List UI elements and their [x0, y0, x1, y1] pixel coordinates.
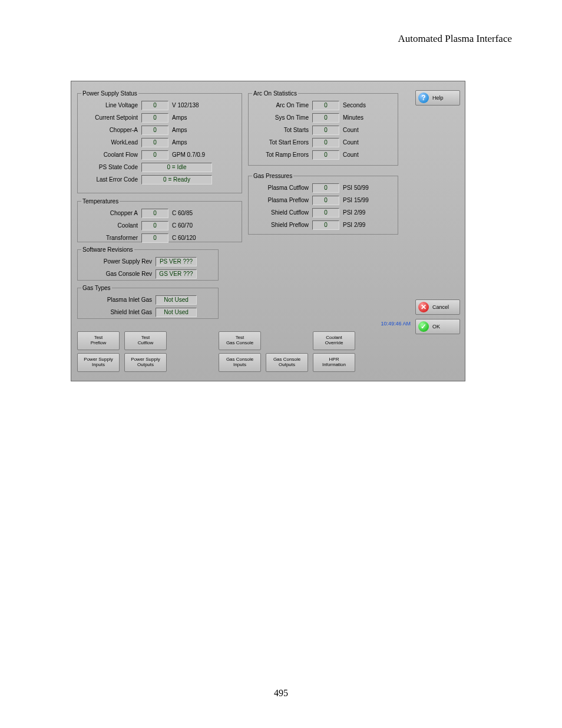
group-temperatures: Temperatures Chopper A0C 60/85 Coolant0C…: [77, 198, 242, 242]
lbl-chopper-a: Chopper-A: [81, 127, 138, 133]
lbl-coolant-flow: Coolant Flow: [81, 151, 138, 158]
val-current-setpoint: 0: [141, 113, 168, 123]
spacer: [171, 353, 214, 372]
lbl-shield-cutflow: Shield Cutflow: [252, 209, 309, 216]
unit-current-setpoint: Amps: [172, 114, 187, 121]
lbl-arc-on-time: Arc On Time: [252, 102, 309, 108]
val-temp-chopper-a: 0: [141, 209, 168, 218]
lbl-ps-state-code: PS State Code: [81, 164, 138, 170]
legend-arc: Arc On Statistics: [252, 90, 298, 97]
val-ps-state-code: 0 = Idle: [141, 163, 212, 172]
val-plasma-preflow: 0: [312, 196, 339, 205]
unit-arc-on-time: Seconds: [343, 102, 366, 108]
lbl-plasma-cutflow: Plasma Cutflow: [252, 185, 309, 191]
val-shield-preflow: 0: [312, 220, 339, 230]
val-tot-ramp-errors: 0: [312, 150, 339, 160]
group-gas-pressures: Gas Pressures Plasma Cutflow0PSI 50/99 P…: [248, 173, 398, 235]
unit-temp-coolant: C 60/70: [172, 222, 193, 229]
val-temp-coolant: 0: [141, 221, 168, 230]
lbl-tot-start-errors: Tot Start Errors: [252, 139, 309, 146]
btn-coolant-override[interactable]: Coolant Override: [313, 331, 355, 350]
val-coolant-flow: 0: [141, 150, 168, 160]
val-worklead: 0: [141, 138, 168, 147]
legend-sw: Software Revisions: [81, 246, 134, 253]
btn-test-gas-console[interactable]: Test Gas Console: [219, 331, 261, 350]
val-sys-on-time: 0: [312, 113, 339, 123]
legend-gp: Gas Pressures: [252, 173, 293, 179]
val-line-voltage: 0: [141, 101, 168, 110]
unit-tot-start-errors: Count: [343, 139, 359, 146]
ok-icon: ✓: [418, 321, 429, 332]
val-chopper-a: 0: [141, 126, 168, 135]
btn-hpr-info[interactable]: HPR Information: [313, 353, 355, 372]
btn-gc-outputs[interactable]: Gas Console Outputs: [266, 353, 308, 372]
unit-line-voltage: V 102/138: [172, 102, 199, 108]
lbl-plasma-preflow: Plasma Preflow: [252, 197, 309, 203]
val-gc-rev: GS VER ???: [156, 269, 197, 279]
val-tot-starts: 0: [312, 126, 339, 135]
group-power-supply-status: Power Supply Status Line Voltage0V 102/1…: [77, 90, 242, 193]
unit-temp-transformer: C 60/120: [172, 235, 196, 241]
lbl-tot-ramp-errors: Tot Ramp Errors: [252, 151, 309, 158]
unit-shield-cutflow: PSI 2/99: [343, 209, 365, 216]
ok-button[interactable]: ✓ OK: [415, 319, 460, 334]
unit-plasma-preflow: PSI 15/99: [343, 197, 369, 203]
help-label: Help: [432, 95, 444, 101]
lbl-current-setpoint: Current Setpoint: [81, 114, 138, 121]
unit-temp-chopper-a: C 60/85: [172, 210, 193, 216]
btn-test-cutflow[interactable]: Test Cutflow: [124, 331, 167, 350]
val-shield-cutflow: 0: [312, 208, 339, 218]
spacer: [266, 331, 308, 350]
button-row-2: Power Supply Inputs Power Supply Outputs…: [77, 353, 407, 372]
val-shield-inlet: Not Used: [156, 308, 197, 317]
main-area: Power Supply Status Line Voltage0V 102/1…: [77, 90, 412, 375]
val-temp-transformer: 0: [141, 233, 168, 243]
lbl-plasma-inlet: Plasma Inlet Gas: [81, 297, 152, 303]
lbl-gc-rev: Gas Console Rev: [81, 271, 152, 277]
group-arc-on-statistics: Arc On Statistics Arc On Time0Seconds Sy…: [248, 90, 398, 166]
group-gas-types: Gas Types Plasma Inlet GasNot Used Shiel…: [77, 285, 219, 319]
val-plasma-inlet: Not Used: [156, 295, 197, 305]
lbl-last-error-code: Last Error Code: [81, 176, 138, 183]
btn-test-preflow[interactable]: Test Preflow: [77, 331, 120, 350]
cancel-icon: ✕: [418, 302, 429, 312]
lbl-shield-inlet: Shield Inlet Gas: [81, 309, 152, 315]
lbl-worklead: WorkLead: [81, 139, 138, 146]
unit-sys-on-time: Minutes: [343, 114, 363, 121]
val-tot-start-errors: 0: [312, 138, 339, 147]
btn-ps-outputs[interactable]: Power Supply Outputs: [124, 353, 167, 372]
unit-plasma-cutflow: PSI 50/99: [343, 185, 369, 191]
cancel-button[interactable]: ✕ Cancel: [415, 299, 460, 315]
page-number: 495: [274, 688, 288, 699]
lbl-sys-on-time: Sys On Time: [252, 114, 309, 121]
group-software-revisions: Software Revisions Power Supply RevPS VE…: [77, 246, 219, 281]
ok-label: OK: [432, 324, 440, 330]
page-header: Automated Plasma Interface: [398, 33, 512, 45]
unit-chopper-a: Amps: [172, 127, 187, 133]
btn-ps-inputs[interactable]: Power Supply Inputs: [77, 353, 120, 372]
spacer: [171, 331, 214, 350]
legend-ps: Power Supply Status: [81, 90, 138, 97]
unit-worklead: Amps: [172, 139, 187, 146]
btn-gc-inputs[interactable]: Gas Console Inputs: [219, 353, 261, 372]
app-window: Power Supply Status Line Voltage0V 102/1…: [71, 81, 465, 381]
val-arc-on-time: 0: [312, 101, 339, 110]
lbl-temp-coolant: Coolant: [81, 222, 138, 229]
lbl-temp-chopper-a: Chopper A: [81, 210, 138, 216]
button-row-1: Test Preflow Test Cutflow Test Gas Conso…: [77, 331, 407, 350]
unit-tot-starts: Count: [343, 127, 359, 133]
lbl-temp-transformer: Transformer: [81, 235, 138, 241]
timestamp: 10:49:46 AM: [381, 321, 411, 327]
lbl-tot-starts: Tot Starts: [252, 127, 309, 133]
legend-temp: Temperatures: [81, 198, 120, 205]
help-button[interactable]: ? Help: [415, 90, 460, 106]
right-strip: ? Help ✕ Cancel ✓ OK: [415, 90, 462, 375]
legend-gt: Gas Types: [81, 285, 112, 291]
lbl-ps-rev: Power Supply Rev: [81, 258, 152, 265]
lbl-line-voltage: Line Voltage: [81, 102, 138, 108]
val-ps-rev: PS VER ???: [156, 257, 197, 266]
val-last-error-code: 0 = Ready: [141, 175, 212, 185]
lbl-shield-preflow: Shield Preflow: [252, 222, 309, 228]
help-icon: ?: [418, 93, 429, 103]
val-plasma-cutflow: 0: [312, 183, 339, 193]
